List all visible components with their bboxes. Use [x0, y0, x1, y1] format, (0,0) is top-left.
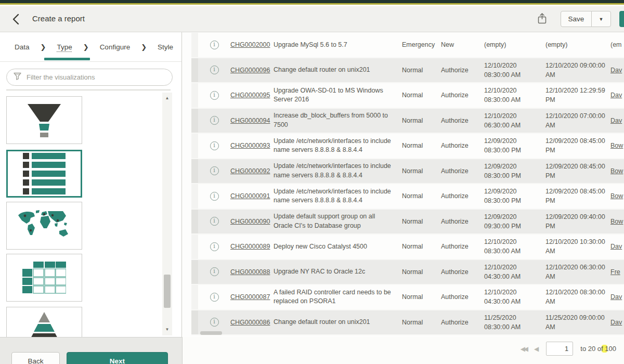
priority-cell: Normal	[402, 192, 441, 200]
info-icon[interactable]: i	[210, 141, 219, 150]
scrollbar-thumb[interactable]	[164, 275, 171, 308]
info-icon[interactable]: i	[210, 242, 219, 251]
assigned-to-link[interactable]: Bow	[610, 192, 624, 200]
info-icon[interactable]: i	[210, 116, 219, 125]
record-link[interactable]: CHG0000096	[230, 67, 270, 74]
record-link[interactable]: CHG0000088	[230, 268, 270, 276]
save-button[interactable]: Save	[561, 11, 592, 27]
viz-thumbnail-heatmap-table[interactable]	[6, 254, 82, 302]
page-number-input[interactable]	[546, 342, 573, 356]
priority-cell: Normal	[402, 268, 441, 276]
table-row[interactable]: i CHG0000095 Upgrade OWA-SD-01 to MS Win…	[191, 83, 624, 109]
info-icon[interactable]: i	[210, 91, 219, 100]
info-cell: i	[198, 192, 230, 201]
record-link[interactable]: CHG0000090	[230, 218, 270, 225]
filter-funnel-icon	[13, 72, 22, 83]
record-link[interactable]: CHG0000094	[230, 117, 270, 124]
record-link[interactable]: CHG0000095	[230, 92, 270, 99]
info-icon[interactable]: i	[210, 41, 219, 49]
short-description-cell: Update /etc/network/interfaces to includ…	[274, 162, 396, 180]
save-dropdown-button[interactable]: ▼	[591, 11, 611, 27]
horizontal-scrollbar-thumb[interactable]	[200, 331, 222, 335]
record-link[interactable]: CHG0002000	[230, 41, 270, 48]
assigned-to-link[interactable]: Fre	[610, 268, 624, 276]
table-row[interactable]: i CHG0002000 Upgrade MySql 5.6 to 5.7 Em…	[191, 33, 624, 58]
previous-page-icon[interactable]: ◀	[534, 345, 539, 353]
table-row[interactable]: i CHG0000088 Upgrade NY RAC to Oracle 12…	[191, 260, 624, 285]
share-icon[interactable]	[535, 12, 549, 26]
table-row[interactable]: i CHG0000092 Update /etc/network/interfa…	[191, 159, 624, 185]
table-row[interactable]: i CHG0000087 A failed RAID controller ca…	[191, 285, 624, 310]
info-icon[interactable]: i	[210, 267, 219, 276]
viz-thumbnail-funnel[interactable]	[6, 96, 82, 144]
number-cell: CHG0002000	[230, 41, 274, 48]
info-icon[interactable]: i	[210, 293, 219, 302]
state-cell: Authorize	[441, 67, 484, 74]
info-icon[interactable]: i	[210, 217, 219, 226]
clipped-edge-button[interactable]	[619, 11, 624, 27]
assigned-to-link[interactable]: Bow	[610, 142, 624, 149]
number-cell: CHG0000096	[230, 67, 274, 74]
info-icon[interactable]: i	[210, 66, 219, 74]
filter-input[interactable]	[27, 73, 172, 81]
next-button[interactable]: Next	[67, 352, 168, 364]
table-row[interactable]: i CHG0000089 Deploy new Cisco Catalyst 4…	[191, 235, 624, 260]
info-icon[interactable]: i	[210, 166, 219, 175]
panel-scrollbar[interactable]: ▲ ▼	[162, 93, 172, 335]
table-row[interactable]: i CHG0000091 Update /etc/network/interfa…	[191, 184, 624, 210]
step-type[interactable]: Type	[57, 43, 72, 51]
short-description-cell: Deploy new Cisco Catalyst 4500	[274, 242, 396, 252]
back-button[interactable]: Back	[11, 352, 60, 364]
info-cell: i	[198, 293, 230, 302]
start-date-cell: 12/10/2020 06:30:00 AM	[484, 111, 545, 130]
end-date-cell: 12/10/2020 12:29:59 PM	[545, 86, 610, 105]
global-nav-bar	[0, 0, 624, 5]
table-row[interactable]: i CHG0000093 Update /etc/network/interfa…	[191, 134, 624, 159]
end-date-cell: 12/09/2020 08:45:00 PM	[545, 187, 610, 205]
assigned-to-link[interactable]: Dav	[610, 117, 624, 124]
end-date-cell: 12/10/2020 09:00:00 AM	[545, 61, 610, 80]
report-header: Create a report Save ▼	[0, 6, 624, 32]
record-link[interactable]: CHG0000093	[230, 142, 270, 149]
record-link[interactable]: CHG0000087	[230, 293, 270, 301]
info-cell: i	[198, 141, 230, 150]
table-row[interactable]: i CHG0000096 Change default router on un…	[191, 58, 624, 84]
chevron-down-icon: ▼	[599, 17, 604, 22]
scroll-down-icon[interactable]: ▼	[162, 325, 172, 334]
record-link[interactable]: CHG0000092	[230, 167, 270, 175]
step-data[interactable]: Data	[15, 43, 30, 51]
assigned-to-link[interactable]: Bow	[610, 218, 624, 225]
record-link[interactable]: CHG0000091	[230, 192, 270, 200]
number-cell: CHG0000091	[230, 192, 274, 200]
info-icon[interactable]: i	[210, 192, 219, 201]
viz-thumbnail-list[interactable]	[6, 150, 82, 198]
active-step-indicator	[44, 58, 90, 60]
visualization-filter	[6, 69, 173, 86]
assigned-to-link[interactable]: Bow	[610, 167, 624, 175]
end-date-cell: 12/10/2020 10:30:00 AM	[545, 237, 610, 256]
record-link[interactable]: CHG0000086	[230, 319, 270, 326]
visualization-list	[0, 93, 161, 337]
scroll-up-icon[interactable]: ▲	[162, 94, 172, 103]
record-link[interactable]: CHG0000089	[230, 243, 270, 250]
assigned-to-link[interactable]: Dav	[610, 293, 624, 301]
viz-thumbnail-world-map[interactable]	[6, 202, 82, 250]
back-arrow-icon[interactable]	[9, 14, 23, 26]
change-request-table: i CHG0002000 Upgrade MySql 5.6 to 5.7 Em…	[191, 33, 624, 335]
first-page-icon[interactable]: ◀◀	[521, 345, 527, 353]
state-cell: Authorize	[441, 243, 484, 250]
step-style[interactable]: Style	[158, 43, 173, 51]
assigned-to-link[interactable]: Dav	[610, 92, 624, 99]
table-row[interactable]: i CHG0000094 Increase db_block_buffers f…	[191, 109, 624, 134]
end-date-cell: 11/25/2020 09:00:00 AM	[545, 313, 610, 332]
assigned-to-link[interactable]: Dav	[610, 67, 624, 74]
assigned-to-link[interactable]: Dav	[610, 319, 624, 326]
short-description-cell: Upgrade MySql 5.6 to 5.7	[274, 41, 396, 50]
info-icon[interactable]: i	[210, 318, 219, 327]
table-row[interactable]: i CHG0000090 Update default support grou…	[191, 210, 624, 235]
assigned-to-link[interactable]: Dav	[610, 243, 624, 250]
short-description-cell: Upgrade NY RAC to Oracle 12c	[274, 267, 396, 277]
table-row[interactable]: i CHG0000086 Change default router on un…	[191, 310, 624, 336]
assigned-to-link[interactable]: (em	[610, 41, 624, 48]
step-configure[interactable]: Configure	[100, 43, 131, 51]
